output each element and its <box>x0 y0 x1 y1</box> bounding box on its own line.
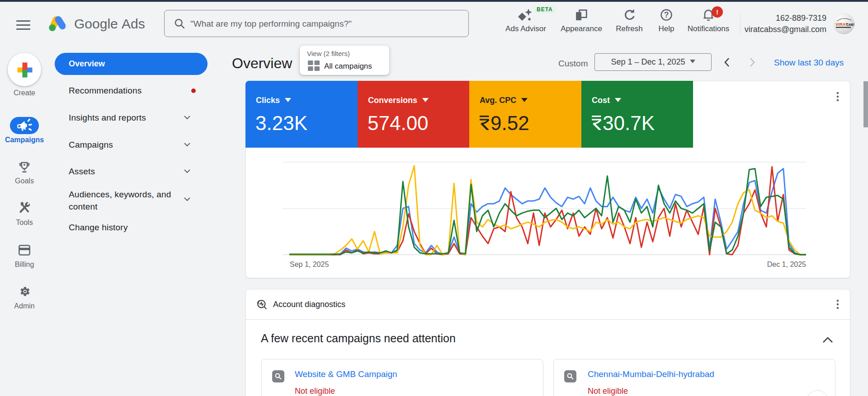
svg-text:?: ? <box>664 10 669 19</box>
svg-text:CABS: CABS <box>846 23 854 26</box>
